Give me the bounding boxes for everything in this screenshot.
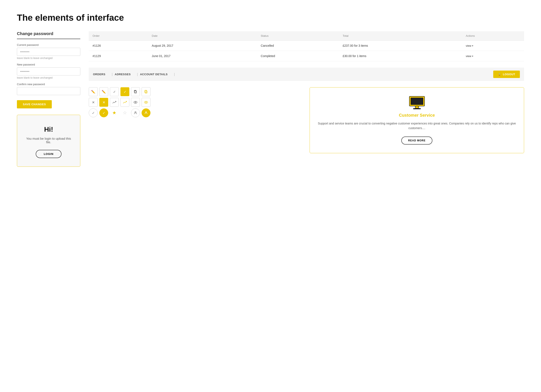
col-total: Total (339, 31, 462, 41)
confirm-password-group: Confirm new password (17, 83, 80, 95)
copy-filled-icon[interactable] (142, 87, 151, 96)
orders-table: Order Date Status Total Actions #1126 Au… (89, 31, 524, 61)
x-filled-icon[interactable]: ✕ (99, 98, 108, 107)
nav-separator-1: | (112, 73, 113, 76)
order-total-1: £237.00 for 3 items (339, 41, 462, 51)
save-changes-button[interactable]: SAVE CHANGES (17, 100, 52, 108)
new-password-label: New password (17, 63, 80, 66)
right-column: Order Date Status Total Actions #1126 Au… (89, 31, 524, 167)
login-card: Hi! You must be login to upload this fil… (17, 115, 80, 167)
new-password-input[interactable] (17, 68, 80, 75)
orders-table-header: Order Date Status Total Actions (89, 31, 524, 41)
confirm-password-label: Confirm new password (17, 83, 80, 86)
svg-point-8 (135, 112, 136, 113)
tab-orders[interactable]: ORDERS (93, 73, 110, 76)
pencil-filled-icon[interactable]: ✏️ (99, 87, 108, 96)
new-password-hint: leave blank to leave unchanged (17, 76, 80, 79)
orders-table-body: #1126 August 29, 2017 Cancelled £237.00 … (89, 41, 524, 61)
check-circle-outline-icon[interactable]: ✓ (89, 108, 98, 117)
svg-rect-14 (416, 106, 418, 106)
star-outline-icon[interactable]: ☆ (120, 108, 129, 117)
nav-separator-2: | (137, 73, 138, 76)
order-action-1[interactable]: view (462, 41, 524, 51)
col-status: Status (257, 31, 339, 41)
svg-point-7 (146, 102, 147, 103)
copy-icon[interactable] (131, 87, 140, 96)
icons-grid: ✏️ ✏️ ✓ ✓ (89, 87, 303, 153)
view-dropdown-1[interactable]: view (466, 44, 473, 47)
order-status-1: Cancelled (257, 41, 339, 51)
order-number-2: #1129 (89, 51, 148, 61)
x-icon[interactable]: ✕ (89, 98, 98, 107)
service-card-title: Customer Service (316, 113, 518, 118)
col-actions: Actions (462, 31, 524, 41)
col-order: Order (89, 31, 148, 41)
table-row: #1129 June 01, 2017 Completed £30.00 for… (89, 51, 524, 61)
order-number-1: #1126 (89, 41, 148, 51)
monitor-icon (409, 96, 425, 109)
pencil-icon[interactable]: ✏️ (89, 87, 98, 96)
change-password-title: Change password (17, 31, 80, 38)
login-card-title: Hi! (23, 125, 74, 133)
col-date: Date (148, 31, 257, 41)
confirm-password-input[interactable] (17, 87, 80, 95)
svg-point-4 (134, 101, 137, 103)
change-password-header: Change password (17, 31, 80, 39)
user-filled-icon[interactable] (142, 108, 151, 117)
check-circle-filled-icon[interactable]: ✓ (99, 108, 108, 117)
order-action-2[interactable]: view (462, 51, 524, 61)
order-status-2: Completed (257, 51, 339, 61)
logout-label: LOGOUT (503, 73, 515, 76)
current-password-hint: leave blank to leave unchanged (17, 57, 80, 60)
order-date-2: June 01, 2017 (148, 51, 257, 61)
change-password-form: Change password Current password leave b… (17, 31, 80, 108)
lock-icon: 🔒 (498, 73, 501, 76)
current-password-group: Current password leave blank to leave un… (17, 43, 80, 60)
table-row: #1126 August 29, 2017 Cancelled £237.00 … (89, 41, 524, 51)
icons-row-1: ✏️ ✏️ ✓ ✓ (89, 87, 303, 96)
trend-filled-icon[interactable] (120, 98, 129, 107)
user-icon[interactable] (131, 108, 140, 117)
nav-separator-3: | (174, 73, 175, 76)
tab-account-details[interactable]: ACCOUNT DETAILS (140, 73, 172, 76)
nav-tabs: ORDERS | ADRESSES | ACCOUNT DETAILS | 🔒 … (89, 68, 524, 81)
table-header-row: Order Date Status Total Actions (89, 31, 524, 41)
new-password-group: New password leave blank to leave unchan… (17, 63, 80, 79)
login-card-text: You must be login to upload this file. (23, 137, 74, 144)
read-more-button[interactable]: READ MORE (401, 136, 432, 145)
left-column: Change password Current password leave b… (17, 31, 80, 167)
service-card-text: Support and service teams are crucial to… (316, 121, 518, 131)
tab-addresses[interactable]: ADRESSES (115, 73, 135, 76)
icons-row-3: ✓ ✓ ★ ☆ (89, 108, 303, 117)
icons-row-2: ✕ ✕ (89, 98, 303, 107)
current-password-input[interactable] (17, 48, 80, 56)
trend-icon[interactable] (110, 98, 119, 107)
login-button[interactable]: LOGIN (36, 150, 62, 158)
check-filled-icon[interactable]: ✓ (120, 87, 129, 96)
star-filled-icon[interactable]: ★ (110, 108, 119, 117)
logout-button[interactable]: 🔒 LOGOUT (493, 71, 520, 78)
eye-filled-icon[interactable] (142, 98, 151, 107)
current-password-label: Current password (17, 43, 80, 47)
page-title: The elements of interface (17, 13, 524, 23)
svg-point-6 (144, 101, 148, 103)
eye-icon[interactable] (131, 98, 140, 107)
bottom-row: ✏️ ✏️ ✓ ✓ (89, 87, 524, 153)
svg-point-5 (135, 102, 136, 103)
view-dropdown-2[interactable]: view (466, 55, 473, 58)
svg-rect-13 (413, 108, 421, 109)
svg-rect-11 (411, 98, 423, 105)
order-total-2: £30.00 for 1 items (339, 51, 462, 61)
order-date-1: August 29, 2017 (148, 41, 257, 51)
service-card: Customer Service Support and service tea… (310, 87, 524, 153)
check-icon[interactable]: ✓ (110, 87, 119, 96)
svg-point-9 (146, 112, 147, 113)
